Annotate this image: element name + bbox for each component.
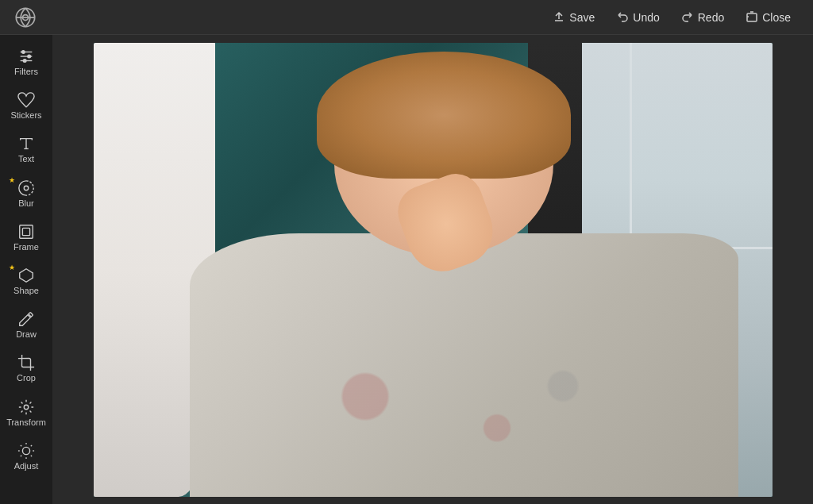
svg-point-11	[24, 186, 29, 190]
save-label: Save	[569, 11, 595, 24]
stickers-label: Stickers	[10, 110, 41, 121]
sidebar-item-filters[interactable]: Filters	[2, 41, 50, 83]
svg-point-7	[28, 55, 31, 58]
svg-rect-12	[20, 225, 33, 239]
filters-icon	[17, 48, 35, 65]
sidebar-item-adjust[interactable]: Adjust	[2, 436, 50, 478]
sidebar-item-crop[interactable]: Crop	[2, 348, 50, 390]
frame-label: Frame	[13, 242, 39, 252]
svg-point-14	[24, 405, 29, 410]
filters-label: Filters	[14, 67, 38, 77]
text-label: Text	[18, 154, 34, 164]
transform-label: Transform	[6, 417, 46, 428]
svg-line-22	[21, 456, 21, 456]
svg-point-6	[22, 51, 25, 54]
blur-star-badge: ★	[9, 176, 15, 184]
frame-icon	[17, 223, 35, 240]
sidebar-item-shape[interactable]: ★ Shape	[2, 260, 50, 302]
svg-line-23	[31, 445, 32, 446]
canvas-area	[52, 35, 813, 504]
adjust-label: Adjust	[14, 461, 39, 471]
crop-icon	[17, 354, 35, 371]
redo-label: Redo	[698, 11, 724, 24]
blur-label: Blur	[18, 198, 34, 209]
topbar-actions: Save Undo Redo	[544, 6, 800, 29]
sidebar-item-frame[interactable]: Frame	[2, 217, 50, 259]
person-body	[161, 43, 738, 497]
draw-icon	[17, 310, 35, 328]
close-label: Close	[762, 11, 791, 24]
stickers-icon	[17, 91, 35, 109]
shape-label: Shape	[13, 286, 39, 296]
sidebar-item-blur[interactable]: ★ Blur	[2, 173, 50, 215]
shape-icon	[17, 267, 35, 284]
save-button[interactable]: Save	[544, 6, 604, 29]
svg-line-19	[31, 456, 32, 456]
photo-container	[94, 43, 773, 497]
undo-button[interactable]: Undo	[607, 6, 669, 29]
svg-line-18	[21, 445, 21, 446]
svg-rect-2	[747, 13, 757, 21]
save-icon	[553, 11, 564, 24]
sidebar-item-transform[interactable]: Transform	[2, 392, 50, 434]
shape-star-badge: ★	[9, 264, 15, 271]
undo-label: Undo	[633, 11, 659, 24]
svg-point-15	[22, 447, 29, 454]
transform-icon	[17, 398, 35, 416]
main-area: Filters Stickers Text ★	[0, 35, 813, 504]
topbar: Save Undo Redo	[0, 0, 813, 35]
redo-icon	[682, 11, 693, 24]
draw-label: Draw	[16, 329, 37, 340]
topbar-left	[13, 5, 38, 30]
adjust-icon	[17, 442, 35, 460]
person-hair	[317, 52, 571, 179]
wordpress-logo	[13, 5, 38, 30]
svg-rect-13	[22, 228, 29, 235]
sidebar-item-draw[interactable]: Draw	[2, 304, 50, 346]
text-icon	[17, 135, 35, 152]
redo-button[interactable]: Redo	[672, 6, 734, 29]
sidebar: Filters Stickers Text ★	[0, 35, 52, 504]
undo-icon	[617, 11, 628, 24]
sidebar-item-text[interactable]: Text	[2, 129, 50, 171]
blur-icon	[17, 179, 35, 197]
close-icon	[746, 11, 757, 24]
sidebar-item-stickers[interactable]: Stickers	[2, 85, 50, 127]
person-clothing	[190, 233, 738, 497]
crop-label: Crop	[17, 373, 36, 383]
photo-background	[94, 43, 773, 497]
svg-point-8	[23, 60, 26, 63]
close-button[interactable]: Close	[737, 6, 800, 29]
